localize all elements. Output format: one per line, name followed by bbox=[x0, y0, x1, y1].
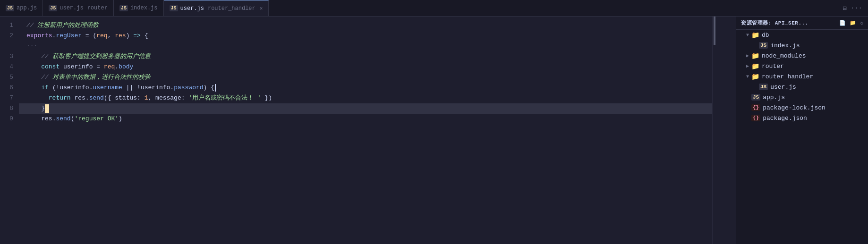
tree-file-db-index[interactable]: JS index.js bbox=[736, 40, 868, 50]
sidebar-title: 资源管理器: API_SER... bbox=[741, 19, 808, 26]
folder-label: node_modules bbox=[762, 52, 806, 59]
code-line-8: ····} bbox=[19, 103, 712, 114]
code-editor[interactable]: 1 2 3 4 5 6 7 8 9 // 注册新用户的处理函数 exports.… bbox=[0, 17, 712, 244]
js-icon: JS bbox=[119, 5, 128, 11]
tab-label: index.js bbox=[130, 5, 158, 11]
js-icon: JS bbox=[49, 5, 57, 11]
code-line-1: // 注册新用户的处理函数 bbox=[19, 20, 712, 31]
tab-index-js[interactable]: JS index.js bbox=[114, 0, 164, 16]
js-icon: JS bbox=[6, 5, 14, 11]
tab-app-js[interactable]: JS app.js bbox=[0, 0, 43, 16]
code-line-5: ····// 对表单中的数据，进行合法性的校验 bbox=[19, 72, 712, 83]
folder-label: db bbox=[762, 32, 769, 39]
tab-label: user.js bbox=[60, 5, 83, 11]
folder-label: router_handler bbox=[762, 73, 813, 80]
tree-file-package-json[interactable]: {} package.json bbox=[736, 113, 868, 123]
line-numbers: 1 2 3 4 5 6 7 8 9 bbox=[0, 17, 19, 244]
tree-file-package-lock[interactable]: {} package-lock.json bbox=[736, 102, 868, 113]
tab-user-js-router[interactable]: JS user.js router bbox=[43, 0, 114, 16]
tab-label: user.js bbox=[180, 5, 204, 12]
split-editor-icon[interactable]: ⊟ bbox=[842, 4, 846, 12]
sidebar-actions: 📄 📁 ↻ bbox=[839, 20, 863, 26]
code-line-4: ····const userinfo = req.body bbox=[19, 62, 712, 72]
file-label: index.js bbox=[770, 42, 800, 49]
minimap-scroll bbox=[714, 17, 715, 45]
tab-sublabel: router bbox=[87, 5, 108, 11]
tree-file-router-handler-user[interactable]: JS user.js bbox=[736, 82, 868, 92]
tree-folder-router[interactable]: ▶ 📁 router bbox=[736, 61, 868, 71]
tree-folder-node-modules[interactable]: ▶ 📁 node_modules bbox=[736, 50, 868, 61]
code-line-6: ····if (!userinfo.username || !userinfo.… bbox=[19, 83, 712, 93]
file-label: user.js bbox=[770, 84, 796, 91]
tab-label: app.js bbox=[17, 5, 37, 11]
tree-folder-db[interactable]: ▼ 📁 db bbox=[736, 30, 868, 40]
tab-sublabel: router_handler bbox=[208, 5, 255, 12]
code-line-2: exports.regUser = (req, res) => { bbox=[19, 31, 712, 41]
js-icon: JS bbox=[170, 5, 178, 11]
new-file-icon[interactable]: 📄 bbox=[839, 20, 846, 26]
refresh-icon[interactable]: ↻ bbox=[860, 20, 863, 26]
code-line-9: ····res.send('reguser OK') bbox=[19, 114, 712, 124]
sidebar-header: 资源管理器: API_SER... 📄 📁 ↻ bbox=[736, 17, 868, 30]
code-content: // 注册新用户的处理函数 exports.regUser = (req, re… bbox=[19, 17, 712, 244]
minimap bbox=[712, 17, 736, 244]
code-line-7: ······return res.send({ status: 1, messa… bbox=[19, 93, 712, 103]
file-label: app.js bbox=[763, 94, 785, 101]
code-line-dots: ··· bbox=[19, 41, 712, 51]
file-explorer: 资源管理器: API_SER... 📄 📁 ↻ ▼ 📁 db JS index.… bbox=[736, 17, 868, 244]
code-line-3: ····// 获取客户端提交到服务器的用户信息 bbox=[19, 51, 712, 62]
tree-folder-router-handler[interactable]: ▼ 📁 router_handler bbox=[736, 71, 868, 82]
tab-user-js-router-handler[interactable]: JS user.js router_handler ✕ bbox=[164, 0, 269, 16]
more-actions-icon[interactable]: ··· bbox=[851, 4, 862, 12]
main-layout: 1 2 3 4 5 6 7 8 9 // 注册新用户的处理函数 exports.… bbox=[0, 17, 868, 244]
new-folder-icon[interactable]: 📁 bbox=[850, 20, 856, 26]
folder-label: router bbox=[762, 63, 784, 70]
file-label: package-lock.json bbox=[763, 104, 825, 111]
tree-file-app-js[interactable]: JS app.js bbox=[736, 92, 868, 102]
file-label: package.json bbox=[763, 115, 807, 122]
close-icon[interactable]: ✕ bbox=[260, 5, 263, 11]
tab-bar: JS app.js JS user.js router JS index.js … bbox=[0, 0, 868, 17]
